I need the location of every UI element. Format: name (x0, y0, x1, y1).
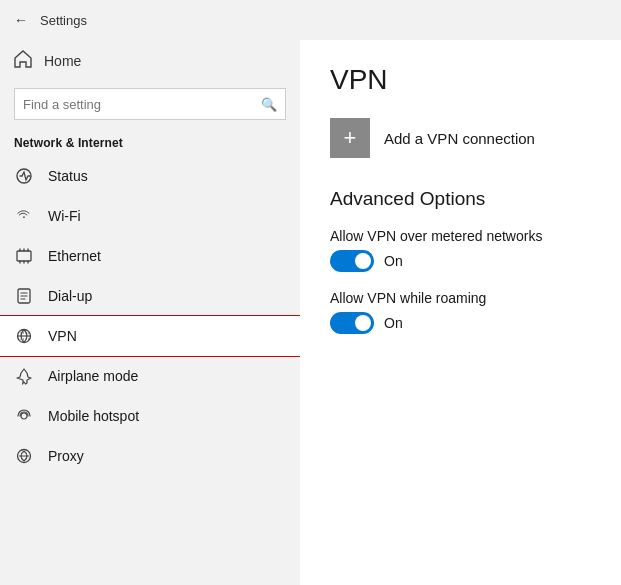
sidebar-item-proxy-label: Proxy (48, 448, 84, 464)
sidebar-item-dialup-label: Dial-up (48, 288, 92, 304)
add-vpn-label: Add a VPN connection (384, 130, 535, 147)
svg-point-1 (23, 216, 25, 218)
sidebar-item-ethernet[interactable]: Ethernet (0, 236, 300, 276)
option-roaming: Allow VPN while roaming On (330, 290, 591, 334)
sidebar-item-wifi-label: Wi-Fi (48, 208, 81, 224)
plus-icon: + (344, 127, 357, 149)
search-box: 🔍 (14, 88, 286, 120)
sidebar-item-proxy[interactable]: Proxy (0, 436, 300, 476)
toggle-roaming-status: On (384, 315, 403, 331)
toggle-metered-status: On (384, 253, 403, 269)
wifi-icon (14, 206, 34, 226)
section-header: Network & Internet (0, 130, 300, 156)
home-label: Home (44, 53, 81, 69)
sidebar-item-vpn-label: VPN (48, 328, 77, 344)
airplane-icon (14, 366, 34, 386)
hotspot-icon (14, 406, 34, 426)
ethernet-icon (14, 246, 34, 266)
advanced-options-title: Advanced Options (330, 188, 591, 210)
search-input[interactable] (23, 97, 261, 112)
option-metered: Allow VPN over metered networks On (330, 228, 591, 272)
main-layout: Home 🔍 Network & Internet Status Wi-Fi (0, 40, 621, 585)
page-title: VPN (330, 64, 591, 96)
sidebar-item-ethernet-label: Ethernet (48, 248, 101, 264)
add-vpn-button[interactable]: + Add a VPN connection (330, 118, 591, 158)
svg-rect-2 (17, 251, 31, 261)
proxy-icon (14, 446, 34, 466)
sidebar-item-home[interactable]: Home (0, 40, 300, 82)
sidebar-item-status[interactable]: Status (0, 156, 300, 196)
sidebar-item-airplane[interactable]: Airplane mode (0, 356, 300, 396)
sidebar-item-dialup[interactable]: Dial-up (0, 276, 300, 316)
dialup-icon (14, 286, 34, 306)
back-button[interactable]: ← (14, 12, 28, 28)
content-area: VPN + Add a VPN connection Advanced Opti… (300, 40, 621, 585)
status-icon (14, 166, 34, 186)
sidebar-item-status-label: Status (48, 168, 88, 184)
toggle-metered-row: On (330, 250, 591, 272)
window-title: Settings (40, 13, 87, 28)
sidebar-item-vpn[interactable]: VPN (0, 316, 300, 356)
plus-box: + (330, 118, 370, 158)
title-bar: ← Settings (0, 0, 621, 40)
vpn-icon (14, 326, 34, 346)
sidebar-item-airplane-label: Airplane mode (48, 368, 138, 384)
option-roaming-label: Allow VPN while roaming (330, 290, 591, 306)
sidebar: Home 🔍 Network & Internet Status Wi-Fi (0, 40, 300, 585)
toggle-metered[interactable] (330, 250, 374, 272)
option-metered-label: Allow VPN over metered networks (330, 228, 591, 244)
toggle-roaming-row: On (330, 312, 591, 334)
toggle-roaming[interactable] (330, 312, 374, 334)
home-icon (14, 50, 32, 72)
advanced-options-section: Advanced Options Allow VPN over metered … (330, 188, 591, 334)
search-icon: 🔍 (261, 97, 277, 112)
sidebar-item-wifi[interactable]: Wi-Fi (0, 196, 300, 236)
sidebar-item-hotspot-label: Mobile hotspot (48, 408, 139, 424)
sidebar-item-hotspot[interactable]: Mobile hotspot (0, 396, 300, 436)
